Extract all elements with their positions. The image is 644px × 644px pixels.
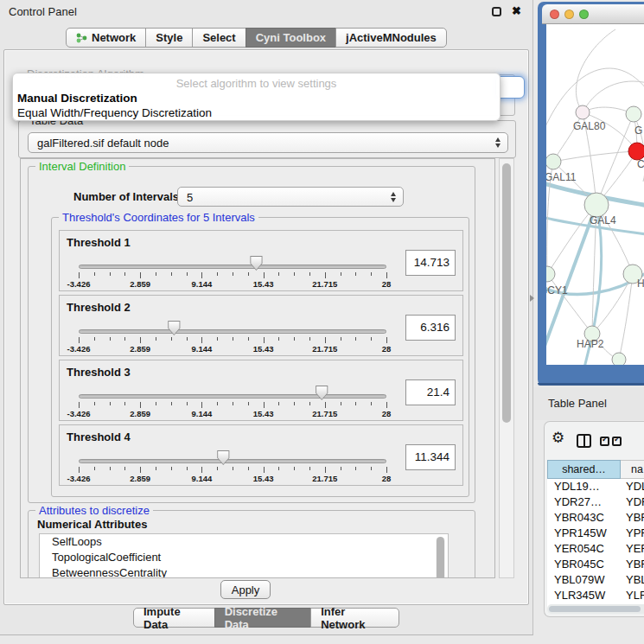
dropdown-option-equal-width-frequency-discretization[interactable]: Equal Width/Frequency Discretization — [17, 106, 212, 120]
cell-shared-name[interactable]: YBR045C — [547, 557, 621, 572]
gear-icon[interactable]: ⚙ — [552, 430, 564, 445]
axis-tick — [110, 467, 111, 470]
network-node[interactable] — [584, 193, 609, 217]
threshold-label: Threshold 1 — [67, 236, 131, 249]
threshold-label: Threshold 2 — [67, 301, 131, 314]
panel-scrollbar[interactable] — [499, 158, 514, 578]
table-data-combobox[interactable]: galFiltered.sif default node — [28, 132, 508, 153]
table-row[interactable]: YER054CYER0 — [547, 541, 644, 557]
scrollbar-thumb[interactable] — [437, 537, 444, 578]
network-node[interactable] — [612, 353, 626, 365]
cell-shared-name[interactable]: YDR27… — [547, 494, 621, 510]
attribute-list-item[interactable]: SelfLoops — [40, 534, 448, 550]
tab-select[interactable]: Select — [192, 28, 245, 48]
cell-name[interactable]: YBR0 — [621, 510, 644, 526]
tab-network[interactable]: Network — [66, 28, 146, 48]
group-title: Threshold's Coordinates for 5 Intervals — [59, 211, 258, 224]
table-row[interactable]: YPR145WYPR1 — [547, 526, 644, 541]
slider-track[interactable] — [79, 329, 386, 334]
slider-track[interactable] — [79, 459, 386, 463]
attributes-to-discretize-group: Attributes to discretize Numerical Attri… — [28, 510, 475, 578]
cell-shared-name[interactable]: YER054C — [547, 541, 621, 557]
threshold-value-field[interactable]: 14.713 — [405, 250, 456, 276]
scrollbar-thumb[interactable] — [549, 606, 641, 612]
tab-cyni-toolbox[interactable]: Cyni Toolbox — [245, 28, 336, 48]
axis-tick — [156, 337, 156, 341]
tab-label: Discretize Data — [225, 605, 302, 631]
dropdown-option-manual-discretization[interactable]: Manual Discretization — [17, 92, 137, 105]
axis-tick — [156, 402, 156, 405]
tab-impute-data[interactable]: Impute Data — [133, 608, 215, 628]
axis-tick — [264, 402, 265, 408]
cell-shared-name[interactable]: YBR043C — [547, 510, 621, 526]
threshold-value-field[interactable]: 21.4 — [405, 379, 456, 405]
cell-shared-name[interactable]: YPR145W — [547, 526, 621, 541]
table-row[interactable]: YDL19…YDL1 — [547, 479, 644, 494]
axis-tick — [233, 272, 233, 276]
network-node[interactable] — [546, 266, 555, 282]
axis-tick — [371, 402, 372, 405]
scrollbar-thumb[interactable] — [502, 163, 511, 423]
cell-shared-name[interactable]: YDL19… — [547, 479, 621, 494]
cell-name[interactable]: YDR2 — [621, 494, 644, 510]
bottom-tab-bar: Impute DataDiscretize DataInfer Network — [133, 608, 399, 628]
float-window-icon[interactable] — [492, 7, 501, 16]
network-node[interactable] — [626, 106, 641, 122]
slider-track[interactable] — [79, 265, 386, 269]
cell-name[interactable]: YBR0 — [621, 557, 644, 572]
tab-discretize-data[interactable]: Discretize Data — [214, 608, 312, 628]
tab-style[interactable]: Style — [145, 28, 193, 48]
attribute-list-item[interactable]: BetweennessCentrality — [40, 565, 448, 578]
select-rows-checkbox-icon[interactable] — [612, 437, 622, 446]
table-row[interactable]: YBR043CYBR0 — [547, 510, 644, 526]
network-canvas[interactable]: GAL80GCGAL11GAL4GCY1HHAP2 — [546, 24, 644, 365]
threshold-value-field[interactable]: 6.316 — [405, 315, 456, 341]
table-horizontal-scrollbar[interactable] — [547, 604, 644, 614]
attribute-list-item[interactable]: TopologicalCoefficient — [40, 550, 448, 565]
tab-jactivemnodules[interactable]: jActiveMNodules — [335, 28, 447, 48]
panel-splitter-arrow-icon[interactable] — [530, 295, 534, 302]
table-row[interactable]: YBL079WYBL0 — [547, 572, 644, 588]
axis-tick — [110, 337, 111, 341]
apply-button[interactable]: Apply — [220, 580, 271, 599]
threshold-row-1: Threshold 1-3.4262.8599.14415.4321.71528… — [59, 230, 463, 291]
tab-infer-network[interactable]: Infer Network — [310, 608, 399, 628]
cell-name[interactable]: YPR1 — [621, 526, 644, 541]
cell-shared-name[interactable]: YBL079W — [547, 572, 621, 588]
stepper-icon — [495, 137, 501, 148]
axis-tick — [233, 402, 233, 405]
axis-tick-label: 2.859 — [119, 474, 161, 483]
network-window-titlebar[interactable] — [542, 4, 644, 24]
table-panel-title: Table Panel — [548, 397, 607, 410]
cell-name[interactable]: YLR3 — [621, 588, 644, 603]
cell-name[interactable]: YDL1 — [621, 479, 644, 494]
cell-name[interactable]: YBL0 — [621, 572, 644, 588]
close-icon[interactable]: ✖ — [512, 4, 521, 17]
column-header-shared-name[interactable]: shared… — [547, 460, 621, 479]
list-scrollbar[interactable] — [436, 537, 445, 578]
threshold-value-field[interactable]: 11.344 — [405, 444, 456, 470]
cell-name[interactable]: YER0 — [621, 541, 644, 557]
axis-tick — [264, 467, 265, 473]
network-node[interactable] — [628, 143, 644, 160]
axis-tick — [294, 402, 295, 405]
table-row[interactable]: YBR045CYBR0 — [547, 557, 644, 572]
number-of-intervals-spinner[interactable]: 5 — [177, 187, 404, 207]
number-of-intervals-label: Number of Intervals — [73, 190, 179, 203]
column-header-name[interactable]: na — [621, 460, 644, 479]
network-node[interactable] — [546, 154, 561, 169]
select-columns-checkbox-icon[interactable] — [600, 437, 609, 446]
minimize-traffic-light-icon[interactable] — [564, 10, 574, 19]
slider-track[interactable] — [79, 394, 386, 399]
cell-shared-name[interactable]: YLR345W — [547, 588, 621, 603]
close-traffic-light-icon[interactable] — [550, 10, 559, 19]
axis-tick-label: 2.859 — [119, 409, 161, 418]
table-row[interactable]: YLR345WYLR3 — [547, 588, 644, 603]
axis-tick — [110, 272, 111, 276]
axis-tick — [156, 467, 156, 470]
zoom-traffic-light-icon[interactable] — [579, 10, 589, 19]
control-panel-window: Control Panel ✖ NetworkStyleSelectCyni T… — [0, 0, 533, 635]
table-row[interactable]: YDR27…YDR2 — [547, 494, 644, 510]
network-node[interactable] — [576, 105, 590, 119]
split-columns-icon[interactable] — [577, 434, 591, 448]
